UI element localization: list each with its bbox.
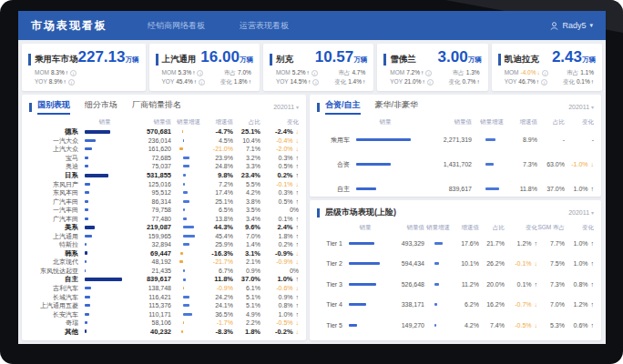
sales-value: 77,480 bbox=[131, 216, 171, 222]
dashboard-body: 乘用车市场227.13万辆MOM8.3%↑iYOY8.9%↑i上汽通用16.00… bbox=[18, 40, 606, 344]
kpi-metric-column: 市占1.1%变化0.1%↑ bbox=[563, 69, 596, 86]
sales-bar bbox=[85, 313, 126, 316]
share-value: 5.1% bbox=[233, 294, 260, 300]
growth-bar bbox=[175, 313, 202, 316]
nav-item-dealer-network[interactable]: 经销商网络看板 bbox=[148, 20, 205, 32]
info-icon[interactable]: i bbox=[70, 70, 77, 76]
table-row: 宝马72,68523.9%3.2%0.3% ↑ bbox=[29, 154, 299, 163]
sales-value: 58,106 bbox=[131, 319, 171, 326]
row-name: Tier 2 bbox=[317, 260, 342, 267]
kpi-metric: MOM5.3%↑i bbox=[162, 69, 205, 76]
growth-bar-fill bbox=[434, 303, 437, 306]
trend-down-icon: ↓ bbox=[589, 161, 594, 167]
metric-value: 5.2% bbox=[292, 69, 306, 76]
sales-bar bbox=[85, 269, 126, 272]
sales-bar-cell bbox=[78, 191, 131, 194]
change-cell: 2.4% ↑ bbox=[260, 224, 299, 231]
row-name: 美系 bbox=[29, 224, 78, 231]
column-header: 增速值 bbox=[512, 119, 537, 126]
growth-bar-fill bbox=[183, 165, 189, 167]
change-cell: 0.6% ↑ bbox=[565, 322, 594, 329]
growth-bar-fill bbox=[182, 130, 183, 133]
kpi-card: 上汽通用16.00万辆MOM5.3%↑iYOY45.4%↑i市占7.0%变化1.… bbox=[149, 44, 260, 91]
date-filter[interactable]: 202011 ▾ bbox=[568, 209, 594, 216]
share-value: 5.1% bbox=[233, 302, 260, 308]
sales-value: 110,171 bbox=[131, 311, 171, 318]
tab-country-performance[interactable]: 国别表现 bbox=[37, 99, 70, 115]
column-header: 变化 bbox=[505, 225, 537, 231]
sales-value: 32,894 bbox=[131, 241, 171, 248]
sales-bar-cell bbox=[350, 138, 421, 141]
kpi-metric: MOM7.2%↑i bbox=[390, 69, 433, 76]
table-header-row: 销量销量值销量增速增速值占比变化SGM 市占变化 bbox=[317, 222, 594, 233]
info-icon[interactable]: i bbox=[541, 79, 547, 86]
share-value: 21.7% bbox=[479, 240, 505, 247]
info-icon[interactable]: i bbox=[197, 70, 203, 76]
metric-value: 1.8% bbox=[234, 78, 248, 85]
kpi-metric: 市占7.0% bbox=[220, 69, 251, 76]
change-cell: 0.2% ↑ bbox=[260, 241, 299, 248]
nav-item-operations[interactable]: 运营表现看板 bbox=[240, 20, 289, 32]
growth-bar-fill bbox=[485, 163, 494, 166]
growth-bar bbox=[175, 243, 202, 246]
change-value: 0.1% bbox=[517, 281, 532, 288]
change-cell: 0% bbox=[260, 268, 299, 274]
trend-up-icon: ↑ bbox=[589, 301, 594, 308]
tab-luxury-nonluxury[interactable]: 豪华/非豪华 bbox=[375, 99, 419, 115]
change-cell: -0.5% ↓ bbox=[260, 319, 299, 326]
info-icon[interactable]: i bbox=[312, 70, 318, 76]
share-value: 2.1% bbox=[233, 258, 260, 265]
kpi-card-top: 雪佛兰3.00万辆 bbox=[383, 48, 481, 66]
change-value: -0.2% bbox=[275, 329, 293, 336]
column-header: 销量值 bbox=[388, 225, 424, 231]
sales-bar-cell bbox=[342, 324, 388, 327]
info-icon[interactable]: i bbox=[425, 70, 432, 76]
table-row: 美系219,08744.3%9.6%2.4% ↑ bbox=[29, 223, 299, 232]
trend-up-icon: ↑ bbox=[294, 198, 299, 205]
growth-bar bbox=[475, 138, 508, 141]
tab-oem-sales-ranking[interactable]: 厂商销量排名 bbox=[132, 99, 181, 115]
table-row: 东风悦达起亚21,4356.7%0.9%0% bbox=[29, 267, 299, 276]
sales-bar-cell bbox=[78, 217, 131, 220]
info-icon[interactable]: i bbox=[312, 79, 319, 86]
info-icon[interactable]: i bbox=[542, 70, 548, 76]
sales-value: 594,434 bbox=[388, 260, 424, 267]
growth-value: 7.2% bbox=[206, 181, 233, 187]
user-menu[interactable]: Rady5 ▾ bbox=[550, 21, 593, 30]
date-filter[interactable]: 202011 ▾ bbox=[568, 104, 594, 110]
sales-bar-fill bbox=[85, 183, 90, 186]
kpi-value-wrap: 16.00万辆 bbox=[200, 48, 253, 66]
kpi-value-wrap: 10.57万辆 bbox=[315, 48, 368, 66]
sgm-share-value: 7.7% bbox=[537, 240, 565, 247]
share-value: 25.1% bbox=[233, 128, 260, 136]
growth-bar-fill bbox=[183, 191, 188, 194]
sales-value: 138,748 bbox=[131, 285, 171, 291]
info-icon[interactable]: i bbox=[199, 79, 205, 86]
tab-joint-domestic[interactable]: 合资/自主 bbox=[325, 99, 361, 115]
growth-value: -1.7% bbox=[206, 319, 233, 326]
growth-value: 7.3% bbox=[512, 161, 537, 167]
date-filter[interactable]: 202011 ▾ bbox=[273, 104, 299, 110]
sales-value: 115,376 bbox=[131, 302, 171, 308]
tab-segment-market[interactable]: 细分市场 bbox=[85, 99, 117, 115]
metric-label: YOY bbox=[35, 78, 47, 85]
table-row: 特斯拉32,89425.9%1.4%0.2% ↑ bbox=[29, 240, 299, 249]
sales-bar-fill bbox=[85, 191, 89, 194]
metric-label: MOM bbox=[35, 69, 49, 76]
kpi-value: 2.43 bbox=[552, 48, 582, 66]
kpi-value: 227.13 bbox=[78, 48, 126, 66]
row-name: 自主 bbox=[317, 186, 350, 192]
sales-bar-cell bbox=[78, 139, 131, 142]
info-icon[interactable]: i bbox=[68, 79, 75, 86]
info-icon[interactable]: i bbox=[427, 79, 434, 86]
sales-bar bbox=[85, 183, 126, 186]
table-row: 北京现代48,192-21.7%2.1%-0.9% ↓ bbox=[29, 258, 299, 267]
share-value: 9.6% bbox=[233, 224, 260, 231]
sales-value: 526,648 bbox=[388, 281, 424, 288]
trend-down-icon: ↓ bbox=[294, 137, 299, 144]
kpi-value-wrap: 227.13万辆 bbox=[78, 48, 139, 66]
change-cell: 0.9% ↑ bbox=[260, 294, 299, 300]
growth-bar-fill bbox=[485, 187, 499, 190]
kpi-metric-column: MOM5.3%↑iYOY45.4%↑i bbox=[162, 69, 205, 86]
metric-label: 变化 bbox=[220, 78, 232, 85]
